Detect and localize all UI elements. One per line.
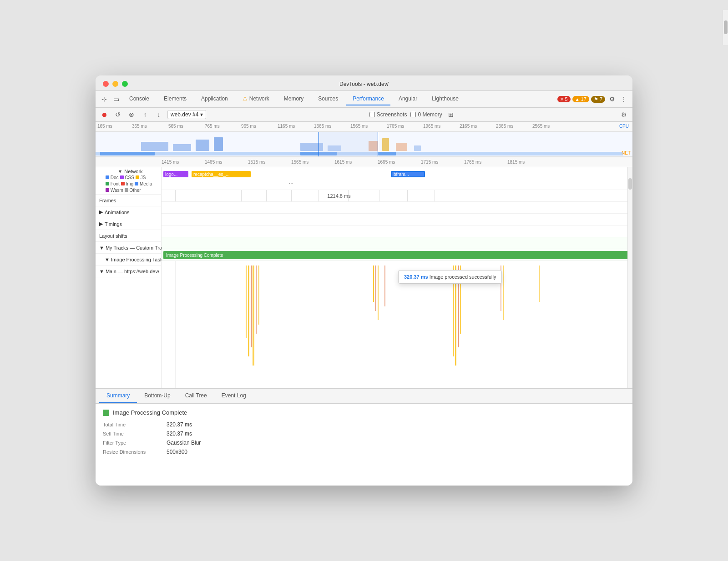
flame-chart[interactable] (162, 261, 632, 388)
flame-bar-tall (258, 265, 259, 325)
record-button[interactable]: ⏺ (99, 110, 109, 120)
total-time-value: 320.37 ms (167, 421, 192, 428)
timeline-overview-chart[interactable]: NET (96, 132, 632, 157)
image-processing-track-row[interactable]: Image Processing Complete (162, 249, 632, 261)
tab-console[interactable]: Console (123, 93, 156, 105)
layout-shifts-label: Layout shifts (99, 233, 127, 239)
error-count: 5 (565, 96, 568, 102)
more-icon[interactable]: ⋮ (619, 94, 629, 104)
settings-icon[interactable]: ⚙ (607, 94, 617, 104)
total-time-key: Total Time (103, 422, 167, 427)
ruler-mark-0: 165 ms (97, 124, 112, 129)
flame-bar (539, 265, 540, 302)
inspect-icon[interactable]: ⊹ (99, 94, 109, 104)
image-processing-label-row[interactable]: ▼ Image Processing Tasks (96, 254, 161, 265)
tab-performance[interactable]: Performance (346, 93, 390, 105)
flame-bar (503, 265, 504, 320)
bframe-request[interactable]: bfram... (391, 171, 425, 177)
recaptcha-request[interactable]: recaptcha__es_... (192, 171, 251, 177)
detail-mark-4: 1615 ms (334, 160, 352, 165)
timings-label-row[interactable]: ▶ Timings (96, 218, 161, 230)
profile-selector[interactable]: web.dev #4 ▾ (167, 110, 206, 119)
clear-button[interactable]: ⊗ (126, 110, 136, 120)
network-expand-icon[interactable]: ▼ (117, 169, 122, 174)
summary-row-self-time: Self Time 320.37 ms (103, 431, 625, 437)
summary-row-filter-type: Filter Type Gaussian Blur (103, 440, 625, 446)
tab-bottom-up[interactable]: Bottom-Up (137, 389, 177, 403)
right-tracks-content: logo... recaptcha__es_... ··· bfram... 1… (162, 167, 632, 388)
warning-count: 17 (581, 96, 586, 102)
frame-line (379, 190, 379, 201)
tab-lighthouse[interactable]: Lighthouse (425, 93, 465, 105)
screenshots-checkbox[interactable] (369, 112, 375, 117)
summary-row-resize: Resize Dimensions 500x300 (103, 449, 625, 455)
image-processing-bar[interactable]: Image Processing Complete (163, 251, 631, 259)
ruler-mark-12: 2565 ms (532, 124, 550, 129)
tab-angular[interactable]: Angular (392, 93, 424, 105)
time-marker (175, 261, 176, 388)
filter-type-key: Filter Type (103, 440, 167, 446)
screenshots-toggle[interactable]: Screenshots (369, 111, 407, 118)
custom-track-label-row[interactable]: ▼ My Tracks — Custom Track (96, 242, 161, 254)
left-labels-panel: ▼ Network Doc CSS JS Font Img Media Wasm… (96, 167, 162, 388)
flame-bar (378, 265, 379, 320)
tab-network[interactable]: ⚠ Network (236, 93, 276, 105)
tab-summary[interactable]: Summary (99, 389, 137, 403)
tracks-scrollbar[interactable] (627, 167, 632, 388)
memory-toggle[interactable]: 0 Memory (410, 111, 442, 118)
animations-expand-icon[interactable]: ▶ (99, 209, 103, 215)
tab-memory[interactable]: Memory (278, 93, 310, 105)
minimize-button[interactable] (112, 81, 118, 87)
device-icon[interactable]: ▭ (111, 94, 121, 104)
warning-count-badge[interactable]: ▲ 17 (572, 96, 589, 102)
timeline-ruler: 165 ms 365 ms 565 ms 765 ms 965 ms 1165 … (96, 122, 632, 132)
reload-record-button[interactable]: ↺ (113, 110, 123, 120)
timings-expand-icon[interactable]: ▶ (99, 221, 103, 227)
media-legend: Media (135, 181, 152, 186)
summary-title-text: Image Processing Complete (113, 409, 187, 416)
summary-row-total-time: Total Time 320.37 ms (103, 421, 625, 428)
perf-settings-icon[interactable]: ⚙ (619, 110, 629, 120)
ruler-mark-9: 1965 ms (423, 124, 440, 129)
frame-line (175, 190, 176, 201)
selection-right-handle[interactable] (378, 132, 378, 156)
info-count: 7 (600, 96, 602, 102)
maximize-button[interactable] (122, 81, 128, 87)
wasm-legend: Wasm (106, 188, 123, 193)
main-thread-label-row[interactable]: ▼ Main — https://web.dev/ (96, 265, 161, 277)
animations-label-row[interactable]: ▶ Animations (96, 206, 161, 218)
detail-mark-6: 1715 ms (421, 160, 438, 165)
summary-panel: Image Processing Complete Total Time 320… (96, 404, 632, 486)
network-track-row: logo... recaptcha__es_... ··· bfram... (162, 167, 632, 190)
error-x-icon: ✕ (560, 97, 564, 102)
animations-label: Animations (105, 210, 129, 215)
flame-bar (373, 265, 374, 302)
tooltip-time: 320.37 ms (404, 274, 428, 280)
upload-button[interactable]: ↑ (140, 110, 150, 120)
tab-sources[interactable]: Sources (312, 93, 344, 105)
font-legend: Font (106, 181, 120, 186)
download-button[interactable]: ↓ (154, 110, 164, 120)
info-count-badge[interactable]: ⚑ 7 (591, 96, 605, 103)
summary-table: Total Time 320.37 ms Self Time 320.37 ms… (103, 421, 625, 455)
flame-bar-tall (256, 265, 257, 334)
timeline-overview-section: 165 ms 365 ms 565 ms 765 ms 965 ms 1165 … (96, 122, 632, 157)
tab-event-log[interactable]: Event Log (214, 389, 253, 403)
screenshot-camera-icon[interactable]: ⊞ (446, 110, 456, 120)
logo-request[interactable]: logo... (163, 171, 188, 177)
animations-track-row (162, 202, 632, 214)
selection-left-handle[interactable] (318, 132, 319, 156)
frame-line (291, 190, 292, 201)
error-count-badge[interactable]: ✕ 5 (557, 96, 571, 102)
network-legend: Doc CSS JS Font Img Media Wasm Other (99, 175, 161, 193)
title-bar: DevTools - web.dev/ (96, 75, 632, 91)
tab-application[interactable]: Application (195, 93, 234, 105)
close-button[interactable] (103, 81, 109, 87)
memory-checkbox[interactable] (410, 112, 416, 117)
tab-call-tree[interactable]: Call Tree (178, 389, 214, 403)
flame-bar (384, 265, 385, 306)
network-label-row: ▼ Network Doc CSS JS Font Img Media Wasm… (96, 167, 161, 195)
timings-label: Timings (105, 221, 122, 227)
tab-elements[interactable]: Elements (157, 93, 193, 105)
img-legend: Img (121, 181, 133, 186)
